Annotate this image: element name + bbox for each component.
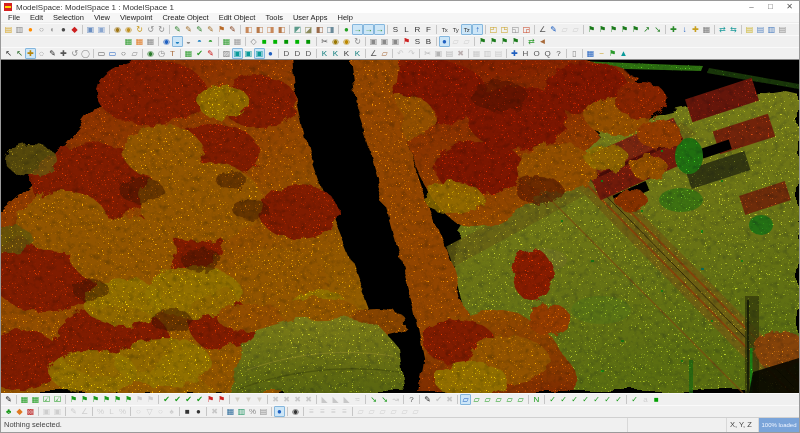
vertex-2-icon[interactable]: ✓ bbox=[558, 394, 569, 405]
block-5-icon[interactable]: ■ bbox=[303, 36, 314, 47]
user-pose-icon[interactable]: ● bbox=[274, 406, 285, 417]
reject-1-icon[interactable]: ⚑ bbox=[205, 394, 216, 405]
seg-board-1-icon[interactable]: ▦ bbox=[19, 394, 30, 405]
axis-up-icon[interactable]: ↑ bbox=[472, 24, 483, 35]
translate-x-icon[interactable]: Tx bbox=[439, 24, 450, 35]
polyline-active-icon[interactable]: ▱ bbox=[460, 394, 471, 405]
limit-box-1-icon[interactable]: ◧ bbox=[243, 24, 254, 35]
polyline-3-icon[interactable]: ▱ bbox=[493, 394, 504, 405]
profile-f-icon[interactable]: F bbox=[423, 24, 434, 35]
minimize-button[interactable]: – bbox=[742, 1, 761, 13]
square-solid-icon[interactable]: ■ bbox=[182, 406, 193, 417]
accept-3-icon[interactable]: ✔ bbox=[183, 394, 194, 405]
select-poly-icon[interactable]: ▱ bbox=[129, 48, 140, 59]
hotkey-q-icon[interactable]: Q bbox=[542, 48, 553, 59]
seg-check-2-icon[interactable]: ☑ bbox=[52, 394, 63, 405]
fence-tool-4-icon[interactable]: ✎ bbox=[205, 24, 216, 35]
translate-z-icon[interactable]: Tz bbox=[461, 24, 472, 35]
block-4-icon[interactable]: ■ bbox=[292, 36, 303, 47]
clip-1-icon[interactable]: ▣ bbox=[368, 36, 379, 47]
hotkey-h-icon[interactable]: H bbox=[520, 48, 531, 59]
polyline-1-icon[interactable]: ▱ bbox=[471, 394, 482, 405]
fence-flag-3-icon[interactable]: ⚑ bbox=[90, 394, 101, 405]
measure-angle-icon[interactable]: ∠ bbox=[537, 24, 548, 35]
menu-edit[interactable]: Edit bbox=[25, 13, 48, 22]
profile-r-icon[interactable]: R bbox=[412, 24, 423, 35]
reject-2-icon[interactable]: ⚑ bbox=[216, 394, 227, 405]
limit-box-2-icon[interactable]: ◧ bbox=[254, 24, 265, 35]
clip-2-icon[interactable]: ▣ bbox=[379, 36, 390, 47]
markup-pen-icon[interactable]: ✎ bbox=[205, 48, 216, 59]
block-2-icon[interactable]: ■ bbox=[270, 36, 281, 47]
apply-color-icon[interactable]: ◆ bbox=[69, 24, 80, 35]
paste-viewpoint-icon[interactable]: ▣ bbox=[96, 24, 107, 35]
pick-point-icon[interactable]: ✚ bbox=[509, 48, 520, 59]
open-database-icon[interactable]: ▤ bbox=[3, 24, 14, 35]
table-gray-icon[interactable]: ▦ bbox=[232, 36, 243, 47]
fence-flag-4-icon[interactable]: ⚑ bbox=[101, 394, 112, 405]
cube-edit-icon[interactable]: ▣ bbox=[254, 48, 265, 59]
circle-solid-icon[interactable]: ● bbox=[193, 406, 204, 417]
scanner-7-icon[interactable]: ↘ bbox=[652, 24, 663, 35]
text-label-icon[interactable]: T bbox=[167, 48, 178, 59]
region-grow-icon[interactable]: ◩ bbox=[292, 24, 303, 35]
zoom-in-icon[interactable]: ◉ bbox=[112, 24, 123, 35]
copy-viewpoint-icon[interactable]: ▣ bbox=[85, 24, 96, 35]
key-plan-2-icon[interactable]: K bbox=[330, 48, 341, 59]
vertex-5-icon[interactable]: ✓ bbox=[591, 394, 602, 405]
accept-1-icon[interactable]: ✔ bbox=[161, 394, 172, 405]
accept-2-icon[interactable]: ✔ bbox=[172, 394, 183, 405]
menu-tools[interactable]: Tools bbox=[260, 13, 288, 22]
vertex-4-icon[interactable]: ✓ bbox=[580, 394, 591, 405]
polyline-4-icon[interactable]: ▱ bbox=[504, 394, 515, 405]
seg-check-1-icon[interactable]: ☑ bbox=[41, 394, 52, 405]
limit-box-4-icon[interactable]: ◧ bbox=[276, 24, 287, 35]
dataset-d2-icon[interactable]: D bbox=[292, 48, 303, 59]
maximize-button[interactable]: □ bbox=[761, 1, 780, 13]
import-file-icon[interactable]: ▥ bbox=[14, 24, 25, 35]
doc-info-icon[interactable]: ▯ bbox=[569, 48, 580, 59]
layers-blue-2-icon[interactable]: ▥ bbox=[766, 24, 777, 35]
sketch-line-icon[interactable]: ✎ bbox=[3, 394, 14, 405]
limit-box-3-icon[interactable]: ◨ bbox=[265, 24, 276, 35]
lasso-select-icon[interactable]: ◌ bbox=[36, 48, 47, 59]
curve-fit-icon[interactable]: ~ bbox=[596, 48, 607, 59]
polyline-2-icon[interactable]: ▱ bbox=[482, 394, 493, 405]
menu-viewpoint[interactable]: Viewpoint bbox=[115, 13, 157, 22]
seek-mode-2-icon[interactable]: → bbox=[363, 24, 374, 35]
render-dark-icon[interactable]: ● bbox=[58, 24, 69, 35]
zoom-rect-icon[interactable]: ▭ bbox=[96, 48, 107, 59]
erase-tool-icon[interactable]: ▱ bbox=[379, 48, 390, 59]
translate-y-icon[interactable]: Ty bbox=[450, 24, 461, 35]
swap-views-icon[interactable]: ⇄ bbox=[526, 36, 537, 47]
accept-4-icon[interactable]: ✔ bbox=[194, 394, 205, 405]
fence-flag-1-icon[interactable]: ⚑ bbox=[68, 394, 79, 405]
clip-3-icon[interactable]: ▣ bbox=[390, 36, 401, 47]
select-rect-icon[interactable]: ▭ bbox=[107, 48, 118, 59]
fence-flag-2-icon[interactable]: ⚑ bbox=[79, 394, 90, 405]
layers-blue-icon[interactable]: ▤ bbox=[755, 24, 766, 35]
region-merge-icon[interactable]: ◨ bbox=[325, 24, 336, 35]
fence-tool-5-icon[interactable]: ⚑ bbox=[216, 24, 227, 35]
layers-gray-icon[interactable]: ▤ bbox=[777, 24, 788, 35]
fence-tool-1-icon[interactable]: ✎ bbox=[172, 24, 183, 35]
seek-mode-3-icon[interactable]: → bbox=[374, 24, 385, 35]
board-blue-icon[interactable]: ▦ bbox=[585, 48, 596, 59]
station-3-icon[interactable]: ⚑ bbox=[499, 36, 510, 47]
cloud-gray-icon[interactable]: ◒ bbox=[183, 36, 194, 47]
pane-blue-icon[interactable]: ▦ bbox=[225, 406, 236, 417]
help-icon[interactable]: ? bbox=[553, 48, 564, 59]
render-gray-icon[interactable]: ◐ bbox=[47, 24, 58, 35]
view-eye-icon[interactable]: ◉ bbox=[145, 48, 156, 59]
draw-pencil-icon[interactable]: ✎ bbox=[47, 48, 58, 59]
scanner-5-icon[interactable]: ⚑ bbox=[630, 24, 641, 35]
print-icon[interactable]: ▦ bbox=[701, 24, 712, 35]
menu-view[interactable]: View bbox=[89, 13, 115, 22]
north-tool-icon[interactable]: N bbox=[531, 394, 542, 405]
sync-b-icon[interactable]: ⇆ bbox=[728, 24, 739, 35]
help-context-icon[interactable]: ? bbox=[406, 394, 417, 405]
arrow-sample-2-icon[interactable]: ↘ bbox=[379, 394, 390, 405]
flag-green-icon[interactable]: ⚑ bbox=[607, 48, 618, 59]
seg-board-2-icon[interactable]: ▦ bbox=[30, 394, 41, 405]
flag-red-icon[interactable]: ⚑ bbox=[401, 36, 412, 47]
